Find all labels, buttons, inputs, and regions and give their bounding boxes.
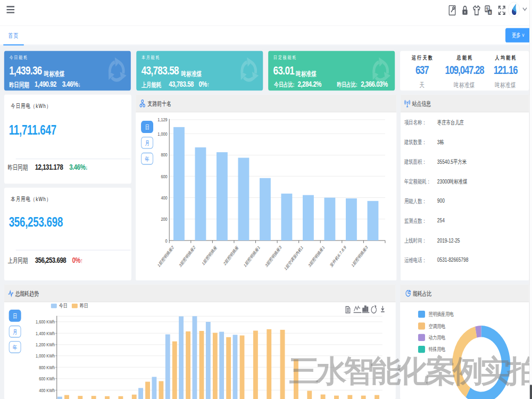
svg-text:3层照明插座2: 3层照明插座2 [178, 245, 196, 269]
svg-text:1,400 KWh: 1,400 KWh [36, 330, 55, 336]
svg-text:800 KWh: 800 KWh [39, 364, 55, 370]
svg-text:1,600 KWh: 1,600 KWh [36, 319, 55, 325]
svg-text:3层照明插座3: 3层照明插座3 [264, 245, 282, 269]
svg-text:400: 400 [161, 195, 167, 201]
svg-text:照明插座用电: 照明插座用电 [429, 311, 454, 317]
svg-text:400 KWh: 400 KWh [39, 387, 55, 393]
svg-text:0: 0 [165, 238, 168, 244]
svg-text:1层照明插座: 1层照明插座 [201, 244, 218, 267]
svg-text:室外机6.7.8.9: 室外机6.7.8.9 [329, 245, 347, 268]
svg-text:200: 200 [161, 216, 167, 222]
svg-text:600 KWh: 600 KWh [39, 376, 55, 381]
svg-text:1层空调室内机1: 1层空调室内机1 [284, 245, 304, 272]
svg-text:3层照明插座1: 3层照明插座1 [307, 245, 325, 269]
svg-text:600: 600 [161, 173, 167, 179]
svg-text:1,129: 1,129 [157, 117, 167, 122]
svg-text:空调用电: 空调用电 [429, 323, 446, 329]
svg-text:今日: 今日 [59, 303, 68, 309]
svg-text:2层照明插座: 2层照明插座 [223, 244, 239, 267]
svg-text:1,000 KWh: 1,000 KWh [36, 353, 55, 359]
svg-text:昨日: 昨日 [80, 303, 88, 309]
svg-text:动力用电: 动力用电 [429, 335, 446, 340]
svg-text:800: 800 [161, 152, 167, 157]
svg-text:1层照明插座3: 1层照明插座3 [351, 245, 368, 269]
svg-text:1层照明插座1: 1层照明插座1 [243, 245, 261, 269]
svg-text:A: A [489, 10, 491, 14]
svg-text:1,200 KWh: 1,200 KWh [36, 342, 55, 347]
svg-text:1层照明插座2: 1层照明插座2 [157, 245, 174, 269]
svg-text:1,000: 1,000 [157, 131, 167, 137]
